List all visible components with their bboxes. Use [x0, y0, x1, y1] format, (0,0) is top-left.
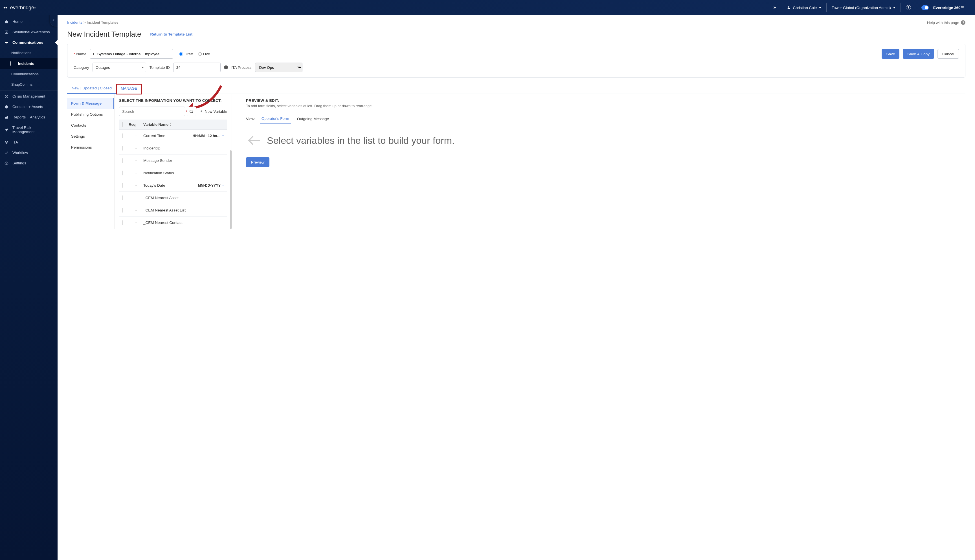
category-select[interactable]: Outages	[92, 63, 146, 72]
return-link[interactable]: Return to Template List	[150, 32, 193, 37]
help-link[interactable]: Help with this page ?	[927, 20, 965, 25]
sidebar-item-situational[interactable]: Situational Awareness	[0, 27, 58, 37]
drag-handle-icon[interactable]	[129, 184, 143, 187]
sidebar-collapse-button[interactable]	[50, 14, 58, 27]
sidebar-item-communications-sub[interactable]: Communications	[0, 69, 58, 79]
scrollbar[interactable]	[230, 150, 232, 229]
user-menu[interactable]: Christian Cole	[782, 0, 826, 15]
variable-row[interactable]: Current Time HH:MM - 12 ho…	[119, 130, 227, 142]
variable-row[interactable]: Message Sender	[119, 155, 227, 167]
variable-row[interactable]: Today's Date MM-DD-YYYY	[119, 179, 227, 192]
view-tab-operators-form[interactable]: Operator's Form	[260, 114, 291, 123]
rail-form-message[interactable]: Form & Message	[67, 98, 114, 109]
chevron-down-icon	[222, 135, 224, 137]
save-button[interactable]: Save	[882, 49, 899, 58]
tab-new-updated-closed[interactable]: New | Updated | Closed	[67, 84, 116, 93]
sidebar-item-incidents[interactable]: Incidents	[0, 58, 58, 69]
sidebar-item-ita[interactable]: ITA	[0, 137, 58, 147]
sidebar-label: Workflow	[12, 150, 28, 155]
brand-logo: everbridge®	[3, 5, 36, 11]
plus-icon: +	[200, 110, 203, 113]
help-icon[interactable]: ?	[901, 0, 916, 15]
sidebar-item-home[interactable]: Home	[0, 17, 58, 27]
sidebar-item-reports[interactable]: Reports + Analytics	[0, 112, 58, 122]
draft-radio[interactable]: Draft	[179, 52, 193, 56]
svg-point-7	[5, 141, 6, 142]
live-radio[interactable]: Live	[198, 52, 210, 56]
sidebar-label: Settings	[12, 161, 26, 165]
org-menu[interactable]: Tower Global (Organization Admin)	[826, 0, 900, 15]
row-checkbox[interactable]	[122, 158, 122, 163]
tab-manage[interactable]: MANAGE	[116, 84, 142, 95]
variable-name: Current Time	[143, 134, 193, 138]
rail-settings[interactable]: Settings	[67, 131, 114, 142]
megaphone-icon	[4, 41, 9, 45]
sidebar-label: Reports + Analytics	[12, 115, 45, 119]
network-icon	[4, 140, 9, 144]
drag-handle-icon[interactable]	[129, 159, 143, 162]
drag-handle-icon[interactable]	[129, 135, 143, 137]
sidebar-item-settings[interactable]: Settings	[0, 158, 58, 168]
breadcrumb-root[interactable]: Incidents	[67, 20, 82, 25]
sidebar-item-communications[interactable]: Communications	[0, 37, 58, 48]
variable-search-input[interactable]	[119, 107, 185, 116]
product-toggle[interactable]: Everbridge 360™	[916, 0, 969, 15]
ita-process-select[interactable]: Dev Ops	[255, 63, 302, 72]
chevron-down-icon	[893, 7, 895, 8]
col-name[interactable]: Variable Name	[143, 122, 169, 127]
sidebar-item-travel[interactable]: Travel Risk Management	[0, 122, 58, 137]
variable-row[interactable]: IncidentID	[119, 142, 227, 155]
variable-row[interactable]: Notification Status	[119, 167, 227, 179]
drag-handle-icon[interactable]	[129, 197, 143, 199]
rail-publishing[interactable]: Publishing Options	[67, 109, 114, 120]
drag-handle-icon[interactable]	[129, 172, 143, 175]
cancel-button[interactable]: Cancel	[937, 49, 959, 58]
name-input[interactable]	[90, 49, 173, 58]
sidebar-item-workflow[interactable]: Workflow	[0, 147, 58, 158]
new-variable-button[interactable]: + New Variable	[200, 109, 227, 113]
live-label: Live	[203, 52, 210, 56]
preview-button[interactable]: Preview	[246, 157, 269, 167]
variable-row[interactable]: _CEM Nearest Asset List	[119, 204, 227, 217]
toggle-switch[interactable]	[922, 5, 929, 10]
rail-contacts[interactable]: Contacts	[67, 120, 114, 131]
page-title: New Incident Template	[67, 30, 141, 38]
view-tab-outgoing-message[interactable]: Outgoing Message	[296, 115, 331, 123]
sidebar-item-notifications[interactable]: Notifications	[0, 48, 58, 58]
sidebar-item-contacts[interactable]: Contacts + Assets	[0, 102, 58, 112]
save-copy-button[interactable]: Save & Copy	[903, 49, 934, 58]
row-checkbox[interactable]	[122, 171, 122, 175]
row-checkbox[interactable]	[122, 208, 122, 213]
name-label: Name	[76, 52, 86, 56]
drag-handle-icon[interactable]	[129, 209, 143, 212]
row-checkbox[interactable]	[122, 220, 122, 225]
chevron-down-icon	[222, 184, 224, 187]
variable-row[interactable]: _CEM Nearest Asset	[119, 192, 227, 204]
sidebar-label: SnapComms	[11, 82, 32, 87]
variable-row[interactable]: _CEM Nearest Contact	[119, 217, 227, 229]
header-expand-icon[interactable]	[768, 0, 782, 15]
org-name: Tower Global (Organization Admin)	[832, 6, 891, 10]
sort-icon[interactable]: ▲▼	[170, 123, 172, 127]
variable-format[interactable]: HH:MM - 12 ho…	[193, 134, 224, 138]
user-name: Christian Cole	[793, 6, 817, 10]
drag-handle-icon[interactable]	[129, 222, 143, 224]
row-checkbox[interactable]	[122, 183, 122, 188]
svg-point-0	[788, 6, 790, 8]
row-checkbox[interactable]	[122, 146, 122, 150]
template-id-input[interactable]	[173, 63, 220, 72]
breadcrumb-sep: >	[83, 20, 86, 25]
rail-permissions[interactable]: Permissions	[67, 142, 114, 153]
sidebar-label: Incidents	[18, 62, 34, 66]
sidebar-item-snapcomms[interactable]: SnapComms	[0, 79, 58, 90]
sidebar-label: ITA	[12, 140, 18, 144]
info-icon[interactable]: i	[224, 65, 228, 69]
sidebar-label: Situational Awareness	[12, 30, 50, 34]
variable-format[interactable]: MM-DD-YYYY	[198, 183, 224, 188]
search-button[interactable]	[187, 107, 196, 116]
row-checkbox[interactable]	[122, 195, 122, 200]
row-checkbox[interactable]	[122, 133, 122, 138]
drag-handle-icon[interactable]	[129, 147, 143, 150]
sidebar-item-crisis[interactable]: Crisis Management	[0, 91, 58, 102]
select-all-checkbox[interactable]	[122, 122, 122, 127]
